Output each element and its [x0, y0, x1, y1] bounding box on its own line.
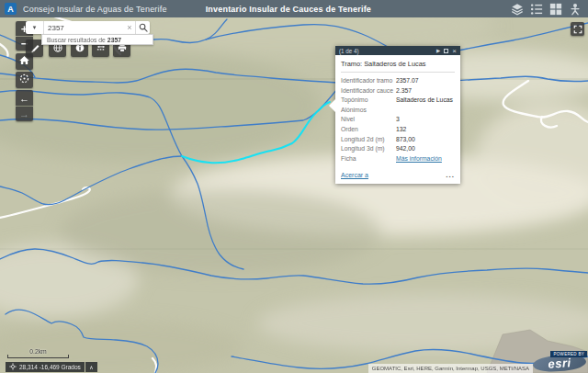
map-canvas[interactable] — [0, 0, 588, 373]
feature-popup: (1 de 4) ▶ × Tramo: Saltaderos de Lucas … — [335, 46, 460, 184]
legend-icon[interactable] — [530, 3, 543, 16]
pencil-icon — [29, 40, 40, 57]
search-input[interactable] — [44, 21, 124, 34]
locate-icon — [18, 72, 30, 88]
app-header: A Consejo Insular de Aguas de Tenerife I… — [0, 0, 588, 17]
person-icon[interactable] — [569, 3, 582, 16]
popup-header[interactable]: (1 de 4) ▶ × — [335, 46, 460, 55]
field-row: Alónimos — [341, 106, 455, 116]
next-extent-button[interactable]: → — [16, 107, 33, 121]
powered-by-label: POWERED BY — [550, 351, 587, 357]
agency-logo: A — [5, 3, 17, 15]
layers-icon[interactable] — [511, 3, 524, 16]
app-title: Consejo Insular de Aguas de Tenerife — [23, 5, 167, 14]
esri-logo: esri POWERED BY — [529, 351, 588, 373]
more-options-icon[interactable]: ... — [446, 174, 455, 177]
previous-extent-button[interactable]: ← — [16, 90, 33, 106]
field-row: Nivel3 — [341, 115, 455, 125]
chevron-up-icon: ∧ — [89, 364, 93, 370]
search-button[interactable] — [135, 21, 150, 34]
field-row: TopónimoSaltaderos de Lucas — [341, 96, 455, 106]
popup-pager: (1 de 4) — [339, 48, 359, 54]
suggestion-text: Buscar resultados de — [47, 37, 106, 43]
coordinate-expand-button[interactable]: ∧ — [85, 362, 97, 372]
search-suggestion-item[interactable]: Buscar resultados de 2357 — [41, 34, 153, 45]
field-row: Longitud 2d (m)873,00 — [341, 135, 455, 145]
close-icon: × — [127, 23, 131, 32]
maximize-icon[interactable] — [444, 49, 448, 53]
app-window: A Consejo Insular de Aguas de Tenerife I… — [0, 0, 588, 373]
suggestion-term: 2357 — [107, 37, 121, 43]
search-clear-button[interactable]: × — [124, 21, 135, 34]
search-source-dropdown[interactable]: ▾ — [26, 21, 44, 34]
popup-title: Tramo: Saltaderos de Lucas — [341, 60, 455, 73]
fullscreen-button[interactable] — [571, 22, 584, 36]
zoom-to-link[interactable]: Acercar a — [341, 172, 368, 178]
field-row: Orden132 — [341, 125, 455, 135]
map-attribution: GEOMATIC, Esri, HERE, Garmin, Intermap, … — [368, 364, 533, 373]
field-row: Identificador cauce2.357 — [341, 86, 455, 96]
esri-brand-text: esri — [548, 356, 571, 371]
field-row: Longitud 3d (m)942,00 — [341, 144, 455, 154]
my-location-button[interactable] — [16, 72, 33, 88]
crosshair-icon — [9, 363, 17, 371]
coordinate-display[interactable]: 28,314 -16,469 Grados — [6, 362, 85, 372]
next-feature-icon[interactable]: ▶ — [436, 48, 440, 53]
scale-label: 0.2km — [7, 348, 69, 355]
scale-bar-line — [7, 355, 69, 358]
coordinate-widget: 28,314 -16,469 Grados ∧ — [6, 362, 97, 372]
search-widget: ▾ × — [26, 21, 150, 34]
app-subtitle: Inventario Insular de Cauces de Tenerife — [206, 5, 371, 14]
close-icon[interactable]: × — [452, 49, 457, 53]
chevron-down-icon: ▾ — [33, 24, 37, 31]
more-info-link[interactable]: Más información — [396, 154, 442, 164]
field-row: Identificador tramo2357.07 — [341, 76, 455, 86]
scale-bar: 0.2km — [7, 348, 69, 358]
field-row-ficha: Ficha Más información — [341, 154, 455, 164]
fullscreen-icon — [573, 21, 582, 38]
popup-anchor-pointer — [329, 99, 335, 112]
coordinate-text: 28,314 -16,469 Grados — [19, 364, 81, 370]
basemap-gallery-icon[interactable] — [549, 3, 562, 16]
